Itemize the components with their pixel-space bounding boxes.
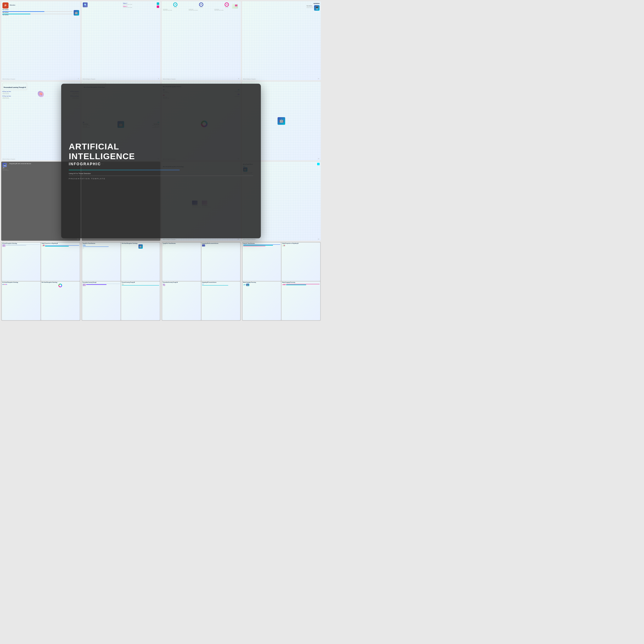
mini-slide-6[interactable]: AI in Facial Recognition Technology 🤖 xyxy=(121,243,160,281)
mini-slide-7[interactable]: Personalized Learning Through xyxy=(82,282,121,320)
mini-slide-13[interactable]: Using For Threat Detection xyxy=(243,243,281,281)
mini-slide-3[interactable]: AI in Facial Recognition Technology 40 2… xyxy=(2,282,40,320)
mini-slide-4[interactable]: AI in Facial Recognition Technology xyxy=(41,282,80,320)
overlay-label: PRESENTATION TEMPLATE xyxy=(69,176,253,180)
bottom-row-2: Using AI for Threat Detection 70% 20% 50… xyxy=(82,242,161,321)
mini-slide-12[interactable]: Integrating AI Connected devices 20% xyxy=(201,282,240,320)
overlay-title-line1: ARTIFICIAL xyxy=(69,142,253,151)
mini-slide-15[interactable]: Natural Language Processing +200 🤖 xyxy=(243,282,281,320)
slide-2[interactable]: 💎 Value 2 Lorem ipsum dolor sit amet Val… xyxy=(82,1,161,80)
powerpoint-icon: P xyxy=(2,2,9,9)
mini-slide-5[interactable]: Using AI for Threat Detection 70% 20% 50… xyxy=(82,243,121,281)
mini-slide-2[interactable]: Global Perspectives on Regulating AI +85 xyxy=(41,243,80,281)
slide-1[interactable]: P Detection Your text here Your text her… xyxy=(1,1,80,80)
overlay-title-line2: INTELLIGENCE xyxy=(69,152,253,161)
mini-slide-1[interactable]: AI Facial Recognition Technology xyxy=(2,243,40,281)
mini-slide-10[interactable]: Integrating AI with connected devices xyxy=(201,243,240,281)
mini-slide-14[interactable]: Global Perspectives on Regulating AI xyxy=(282,243,320,281)
slide1-title: Detection xyxy=(10,5,15,6)
main-grid: P Detection Your text here Your text her… xyxy=(0,0,322,322)
slide-4[interactable]: systems Your text here Lorem ipsum dolor… xyxy=(242,1,321,80)
overlay-panel: ARTIFICIAL INTELLIGENCE INFOGRAPHIC Usin… xyxy=(61,84,261,238)
overlay-caption: Using AI For Threat Detection xyxy=(69,173,253,174)
bottom-row-4: Using For Threat Detection Global Perspe… xyxy=(242,242,321,321)
bottom-row-3: Using AI For Threat Detection 20% Integr… xyxy=(162,242,241,321)
mini-slide-16[interactable]: Natural Language Processing +600 xyxy=(282,282,320,320)
slide-3[interactable]: 20K On value 40K On value 70K On value Y… xyxy=(162,1,241,80)
mini-slide-8[interactable]: Personal Learning Through AI 230+ xyxy=(121,282,160,320)
bottom-row-1: AI Facial Recognition Technology Global … xyxy=(1,242,80,321)
mini-slide-11[interactable]: Personalized Learning Through AI xyxy=(162,282,201,320)
mini-slide-9[interactable]: Using AI For Threat Detection 20% xyxy=(162,243,201,281)
overlay-subtitle: INFOGRAPHIC xyxy=(69,162,253,166)
